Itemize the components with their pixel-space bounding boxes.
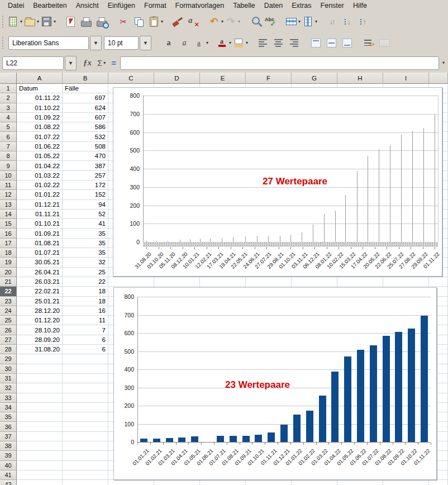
cell-A6[interactable]: 01.07.22 [17,132,63,141]
formula-input[interactable] [120,56,439,70]
menu-ansicht[interactable]: Ansicht [72,2,103,9]
cell-B32[interactable] [63,383,108,393]
row-header-42[interactable]: 42 [0,480,17,485]
menu-einfgen[interactable]: Einfügen [103,2,140,9]
font-color-dropdown-icon[interactable]: ▾ [229,40,231,45]
align-top-button[interactable] [308,35,323,51]
column-header-E[interactable]: E [200,73,246,84]
menu-format[interactable]: Format [140,2,171,9]
row-header-38[interactable]: 38 [0,441,17,451]
cell-A16[interactable]: 01.09.21 [17,229,63,238]
row-header-25[interactable]: 25 [0,316,17,325]
chart-27-wertepaare[interactable]: 800700600500400300200100031.08.2003.10.2… [113,87,442,277]
cell-A14[interactable]: 01.11.21 [17,210,63,219]
cell-A22[interactable]: 22.02.21 [17,287,63,296]
cell-B33[interactable] [63,393,108,403]
row-header-34[interactable]: 34 [0,403,17,412]
redo-button[interactable]: ↷▾ [225,14,240,30]
row-dropdown-icon[interactable]: ▾ [298,19,301,24]
row-header-11[interactable]: 11 [0,180,17,190]
cell-J21[interactable] [429,277,448,287]
menu-hilfe[interactable]: Hilfe [349,2,371,9]
align-middle-button[interactable] [324,35,339,51]
cell-J42[interactable] [429,480,448,485]
row-header-12[interactable]: 12 [0,190,17,199]
column-header-I[interactable]: I [383,73,429,84]
cell-A27[interactable]: 28.09.20 [17,335,63,345]
column-header-C[interactable]: C [108,73,154,84]
row-header-36[interactable]: 36 [0,422,17,431]
font-name-combo[interactable]: Liberation Sans ▼ [8,36,102,50]
cell-A32[interactable] [17,383,63,393]
cell-A9[interactable]: 01.04.22 [17,161,63,170]
cell-B2[interactable]: 697 [63,93,108,103]
row-header-31[interactable]: 31 [0,374,17,383]
menu-fenster[interactable]: Fenster [316,2,349,9]
export-pdf-button[interactable] [63,14,78,30]
font-color-button[interactable]: a▾ [216,35,231,51]
chart-23-wertepaare[interactable]: 800700600500400300200100001.01.2101.02.2… [113,287,437,480]
cell-E42[interactable] [200,480,246,485]
cell-B30[interactable] [63,364,108,374]
row-header-27[interactable]: 27 [0,335,17,345]
cell-B8[interactable]: 470 [63,151,108,161]
row-header-3[interactable]: 3 [0,103,17,113]
cell-B18[interactable]: 35 [63,248,108,258]
cell-A10[interactable]: 01.03.22 [17,171,63,180]
clone-formatting-button[interactable] [170,14,185,30]
cell-A42[interactable] [17,480,63,485]
menu-formatvorlagen[interactable]: Formatvorlagen [171,2,229,9]
row-header-4[interactable]: 4 [0,113,17,122]
name-box[interactable]: L22 ▼ [2,56,77,70]
row-header-30[interactable]: 30 [0,364,17,374]
cell-B15[interactable]: 41 [63,219,108,229]
align-center-button[interactable] [271,35,285,51]
toolbar-grip[interactable] [1,37,4,49]
row-header-19[interactable]: 19 [0,258,17,267]
menu-bearbeiten[interactable]: Bearbeiten [28,2,71,9]
font-name-dropdown-icon[interactable]: ▼ [90,36,102,50]
row-header-14[interactable]: 14 [0,210,17,219]
row-header-16[interactable]: 16 [0,229,17,238]
cell-E21[interactable] [200,277,246,287]
align-left-button[interactable] [255,35,270,51]
cell-A36[interactable] [17,422,63,431]
row-header-23[interactable]: 23 [0,297,17,306]
cell-A24[interactable]: 28.12.20 [17,306,63,316]
cell-B11[interactable]: 172 [63,180,108,190]
cell-A28[interactable]: 31.08.20 [17,345,63,354]
cell-A23[interactable]: 25.01.21 [17,297,63,306]
cell-B1[interactable]: Fälle [63,84,108,93]
cell-B38[interactable] [63,441,108,451]
undo-dropdown-icon[interactable]: ▾ [221,19,223,24]
cell-B28[interactable]: 6 [63,345,108,354]
new-dropdown-icon[interactable]: ▾ [20,19,22,24]
cell-A38[interactable] [17,441,63,451]
cell-A37[interactable] [17,432,63,441]
cell-B3[interactable]: 624 [63,103,108,113]
cell-B16[interactable]: 35 [63,229,108,238]
cell-B14[interactable]: 52 [63,210,108,219]
column-header-A[interactable]: A [17,73,63,84]
italic-button[interactable]: a [177,35,192,51]
open-dropdown-icon[interactable]: ▾ [37,19,39,24]
cell-A4[interactable]: 01.09.22 [17,113,63,122]
row-button[interactable]: ▾ [285,14,301,30]
copy-button[interactable] [132,14,146,30]
column-header-G[interactable]: G [292,73,337,84]
row-header-15[interactable]: 15 [0,219,17,229]
cell-A5[interactable]: 01.08.22 [17,122,63,132]
cell-A30[interactable] [17,364,63,374]
menu-datei[interactable]: Datei [3,2,28,9]
cell-H21[interactable] [337,277,383,287]
cell-B20[interactable]: 25 [63,268,108,277]
cell-A11[interactable]: 01.02.22 [17,180,63,190]
cell-B31[interactable] [63,374,108,383]
cell-A31[interactable] [17,374,63,383]
menu-extras[interactable]: Extras [287,2,316,9]
cell-B26[interactable]: 7 [63,325,108,335]
cell-A34[interactable] [17,403,63,412]
underline-dropdown-icon[interactable]: ▾ [206,40,208,45]
cell-B37[interactable] [63,432,108,441]
cell-A18[interactable]: 01.07.21 [17,248,63,258]
